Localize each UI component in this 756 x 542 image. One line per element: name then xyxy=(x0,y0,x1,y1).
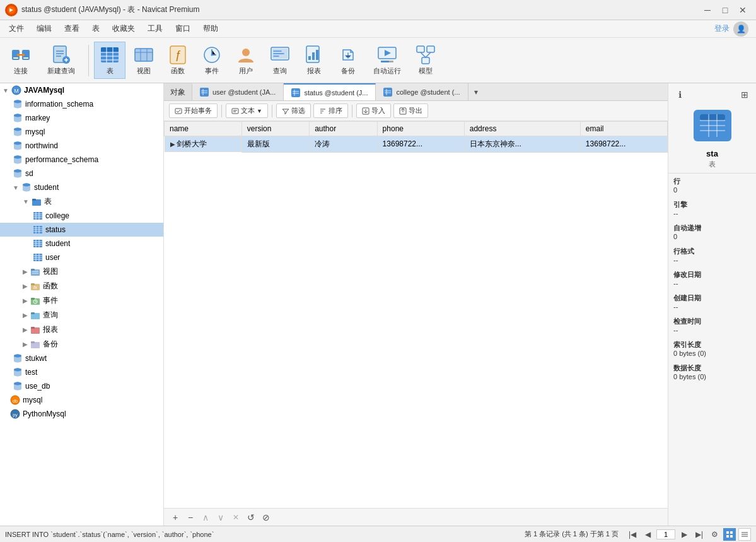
minimize-button[interactable]: ─ xyxy=(699,4,716,16)
connect-button[interactable]: 连接 xyxy=(5,42,37,78)
report-button[interactable]: 报表 xyxy=(298,42,330,78)
tab-user[interactable]: user @student (JA... xyxy=(192,83,284,100)
cell-email[interactable]: 13698722... xyxy=(580,136,667,153)
grid-toggle-button[interactable]: ⊞ xyxy=(738,88,751,101)
functions-icon: fx xyxy=(30,281,40,292)
sidebar-item-backups[interactable]: ▶ 备份 xyxy=(0,337,163,351)
svg-point-45 xyxy=(14,128,21,131)
user-button[interactable]: 用户 xyxy=(230,42,262,78)
sidebar-item-use-db[interactable]: use_db xyxy=(0,379,163,393)
tab-object[interactable]: 对象 xyxy=(164,83,192,100)
maximize-button[interactable]: □ xyxy=(717,4,733,16)
col-header-name[interactable]: name xyxy=(165,122,242,136)
model-button[interactable]: 模型 xyxy=(410,42,441,78)
menu-tools[interactable]: 工具 xyxy=(141,21,169,37)
menu-window[interactable]: 窗口 xyxy=(169,21,197,37)
backup-button[interactable]: 备份 xyxy=(332,42,364,78)
sidebar-item-tables-folder[interactable]: ▼ 表 xyxy=(0,194,163,209)
sidebar-item-reports[interactable]: ▶ 报表 xyxy=(0,322,163,337)
menu-edit[interactable]: 编辑 xyxy=(30,21,58,37)
import-button[interactable]: 导入 xyxy=(356,103,391,118)
move-up-button[interactable]: ∧ xyxy=(199,512,212,523)
info-button[interactable]: ℹ xyxy=(673,88,686,101)
login-label[interactable]: 登录 xyxy=(714,23,730,34)
tab-college[interactable]: college @student (... xyxy=(376,83,468,100)
sidebar-label-reports: 报表 xyxy=(43,324,58,335)
sidebar-label-mysql2: mysql xyxy=(23,396,42,404)
function-button[interactable]: ƒ 函数 xyxy=(162,42,194,78)
nav-next-button[interactable]: ▶ xyxy=(678,529,690,540)
menu-view[interactable]: 查看 xyxy=(58,21,86,37)
sidebar-item-northwind[interactable]: northwind xyxy=(0,139,163,153)
view-button[interactable]: 视图 xyxy=(128,42,160,78)
table-row[interactable]: ▶ 剑桥大学 最新版 冷涛 13698722... 日本东京神奈... 1369… xyxy=(165,136,668,153)
sidebar-item-information-schema[interactable]: information_schema xyxy=(0,97,163,111)
sidebar-item-status[interactable]: status xyxy=(0,223,163,237)
start-transaction-button[interactable]: 开始事务 xyxy=(169,103,218,118)
sidebar-item-student-db[interactable]: ▼ student xyxy=(0,180,163,194)
col-header-author[interactable]: author xyxy=(310,122,377,136)
sidebar-item-markey[interactable]: markey xyxy=(0,111,163,125)
sidebar-item-student-table[interactable]: student xyxy=(0,237,163,250)
menu-favorites[interactable]: 收藏夹 xyxy=(106,21,141,37)
tab-status-label: status @student (J... xyxy=(304,89,368,97)
nav-prev-button[interactable]: ◀ xyxy=(641,529,654,540)
nav-last-button[interactable]: ▶| xyxy=(693,529,706,540)
svg-text:M: M xyxy=(14,88,19,94)
cell-author[interactable]: 冷涛 xyxy=(310,136,377,153)
menu-table[interactable]: 表 xyxy=(86,21,106,37)
nav-settings-button[interactable]: ⚙ xyxy=(708,529,721,540)
tab-more-button[interactable]: ▾ xyxy=(470,83,482,100)
nav-page-input[interactable] xyxy=(656,529,675,539)
menu-help[interactable]: 帮助 xyxy=(197,21,224,37)
filter-button[interactable]: 筛选 xyxy=(276,103,311,118)
sidebar-item-functions[interactable]: ▶ fx 函数 xyxy=(0,279,163,293)
list-view-button[interactable] xyxy=(738,528,751,541)
cell-address[interactable]: 日本东京神奈... xyxy=(464,136,580,153)
close-button[interactable]: ✕ xyxy=(735,4,751,16)
cell-name[interactable]: ▶ 剑桥大学 xyxy=(165,136,241,152)
delete-record-button[interactable]: − xyxy=(184,512,197,523)
sidebar-item-views[interactable]: ▶ 视图 xyxy=(0,264,163,279)
prop-value-5: -- xyxy=(673,303,751,310)
move-down-button[interactable]: ∨ xyxy=(214,512,227,523)
export-button[interactable]: 导出 xyxy=(393,103,428,118)
sidebar-item-javamysql[interactable]: ▼ M JAVAMysql xyxy=(0,83,163,97)
stop-button[interactable]: ⊘ xyxy=(260,512,272,523)
nav-first-button[interactable]: |◀ xyxy=(626,529,639,540)
sidebar-item-events[interactable]: ▶ 事件 xyxy=(0,293,163,308)
new-query-button[interactable]: 新建查询 xyxy=(39,42,83,78)
sidebar-item-mysql2[interactable]: ▶ db mysql xyxy=(0,393,163,407)
sidebar-item-performance-schema[interactable]: performance_schema xyxy=(0,153,163,167)
sidebar-item-college[interactable]: college xyxy=(0,209,163,223)
user-avatar[interactable]: 👤 xyxy=(733,21,748,37)
col-header-version[interactable]: version xyxy=(241,122,309,136)
col-header-address[interactable]: address xyxy=(464,122,580,136)
sidebar-item-pythonmysql[interactable]: ▶ py PythonMysql xyxy=(0,407,163,421)
add-record-button[interactable]: + xyxy=(169,512,182,523)
autorun-button[interactable]: 自动运行 xyxy=(366,42,407,78)
sidebar-label-mysql-db: mysql xyxy=(25,127,45,136)
sidebar-item-user-table[interactable]: user xyxy=(0,250,163,264)
refresh-button[interactable]: ↺ xyxy=(245,512,257,523)
grid-view-button[interactable] xyxy=(723,528,736,541)
svg-rect-11 xyxy=(101,47,119,52)
tab-status[interactable]: status @student (J... xyxy=(284,83,376,100)
sidebar-item-test[interactable]: test xyxy=(0,365,163,379)
menu-file[interactable]: 文件 xyxy=(3,21,30,37)
sort-button[interactable]: 排序 xyxy=(313,103,348,118)
expand-icon-tables: ▼ xyxy=(23,198,29,205)
delete-btn2[interactable]: ✕ xyxy=(230,512,242,523)
sidebar-item-queries[interactable]: ▶ 查询 xyxy=(0,308,163,322)
cell-version[interactable]: 最新版 xyxy=(241,136,309,153)
cell-phone[interactable]: 13698722... xyxy=(377,136,464,153)
sidebar-item-mysql-db[interactable]: mysql xyxy=(0,125,163,139)
col-header-phone[interactable]: phone xyxy=(377,122,464,136)
table-button[interactable]: 表 xyxy=(94,42,125,79)
sidebar-item-stukwt[interactable]: stukwt xyxy=(0,351,163,365)
text-button[interactable]: 文本 ▼ xyxy=(226,103,268,118)
event-button[interactable]: 事件 xyxy=(196,42,228,78)
query-button[interactable]: 查询 xyxy=(264,42,296,78)
sidebar-item-sd[interactable]: sd xyxy=(0,167,163,180)
col-header-email[interactable]: email xyxy=(580,122,667,136)
